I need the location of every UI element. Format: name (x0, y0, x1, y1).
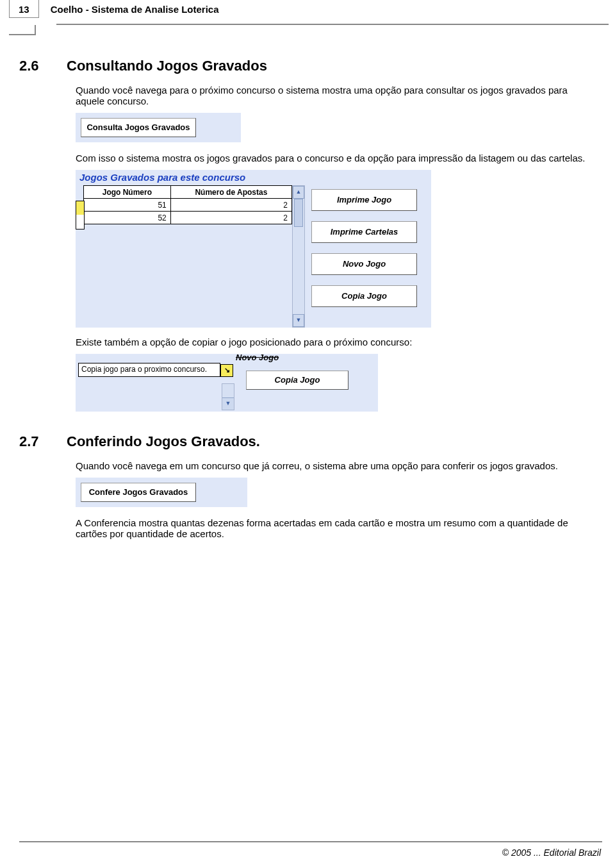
row-selector-active[interactable] (76, 201, 85, 216)
scroll-up-icon[interactable]: ▲ (293, 186, 304, 199)
scroll-down-icon[interactable]: ▼ (222, 397, 234, 410)
page-header: 13 Coelho - Sistema de Analise Loterica (0, 0, 615, 18)
header-rule-corner (9, 25, 36, 35)
scroll-thumb[interactable] (294, 199, 303, 227)
paragraph: Existe também a opção de copiar o jogo p… (76, 337, 588, 347)
cell-jogo-numero: 52 (84, 212, 171, 224)
screenshot-jogos-gravados-panel: Jogos Gravados para este concurso Jogo N… (76, 170, 431, 328)
consulta-jogos-gravados-button[interactable]: Consulta Jogos Gravados (81, 118, 196, 137)
section-title: Conferindo Jogos Gravados. (67, 433, 260, 450)
copia-jogo-button[interactable]: Copia Jogo (311, 285, 417, 307)
scrollbar-fragment[interactable]: ▼ (222, 383, 234, 410)
cell-numero-apostas: 2 (170, 212, 291, 224)
paragraph: Quando você navega em um concurso que já… (76, 460, 588, 471)
table-row[interactable]: 52 2 (84, 212, 292, 224)
section-2-7-heading: 2.7 Conferindo Jogos Gravados. (19, 433, 592, 450)
section-number: 2.6 (19, 58, 50, 74)
footer-rule (19, 841, 602, 842)
paragraph: Com isso o sistema mostra os jogos grava… (76, 153, 588, 163)
imprime-jogo-button[interactable]: Imprime Jogo (311, 189, 417, 211)
table-header-row: Jogo Número Número de Apostas (84, 186, 292, 199)
table-row[interactable]: 51 2 (84, 199, 292, 212)
screenshot-copia-jogo-panel: Novo Jogo Copia jogo para o proximo conc… (76, 354, 378, 412)
imprime-cartelas-button[interactable]: Imprime Cartelas (311, 221, 417, 243)
column-header[interactable]: Jogo Número (84, 186, 171, 199)
tooltip-text: Copia jogo para o proximo concurso. (78, 363, 220, 377)
screenshot-consulta-button-panel: Consulta Jogos Gravados (76, 113, 241, 142)
footer-copyright: © 2005 ... Editorial Brazil (502, 847, 601, 858)
truncated-label: Novo Jogo (236, 353, 279, 362)
paragraph: A Conferencia mostra quantas dezenas for… (76, 517, 588, 539)
cell-jogo-numero: 51 (84, 199, 171, 212)
cell-numero-apostas: 2 (170, 199, 291, 212)
scroll-down-icon[interactable]: ▼ (293, 314, 304, 327)
vertical-scrollbar[interactable]: ▲ ▼ (292, 185, 305, 328)
jogos-table: Jogo Número Número de Apostas 51 2 52 2 (83, 185, 292, 224)
section-number: 2.7 (19, 433, 50, 450)
header-rule (56, 24, 609, 25)
panel-title: Jogos Gravados para este concurso (76, 170, 431, 185)
section-2-6-heading: 2.6 Consultando Jogos Gravados (19, 58, 592, 74)
copia-jogo-button[interactable]: Copia Jogo (246, 371, 348, 390)
column-header[interactable]: Número de Apostas (170, 186, 291, 199)
page-number: 13 (9, 0, 39, 18)
tooltip-pointer-icon: ↘ (220, 364, 233, 377)
novo-jogo-button[interactable]: Novo Jogo (311, 253, 417, 275)
row-selector[interactable] (76, 215, 85, 230)
paragraph: Quando você navega para o próximo concur… (76, 85, 588, 106)
confere-jogos-gravados-button[interactable]: Confere Jogos Gravados (81, 483, 196, 502)
section-title: Consultando Jogos Gravados (67, 58, 267, 74)
document-title: Coelho - Sistema de Analise Loterica (51, 4, 219, 15)
screenshot-confere-button-panel: Confere Jogos Gravados (76, 478, 247, 507)
